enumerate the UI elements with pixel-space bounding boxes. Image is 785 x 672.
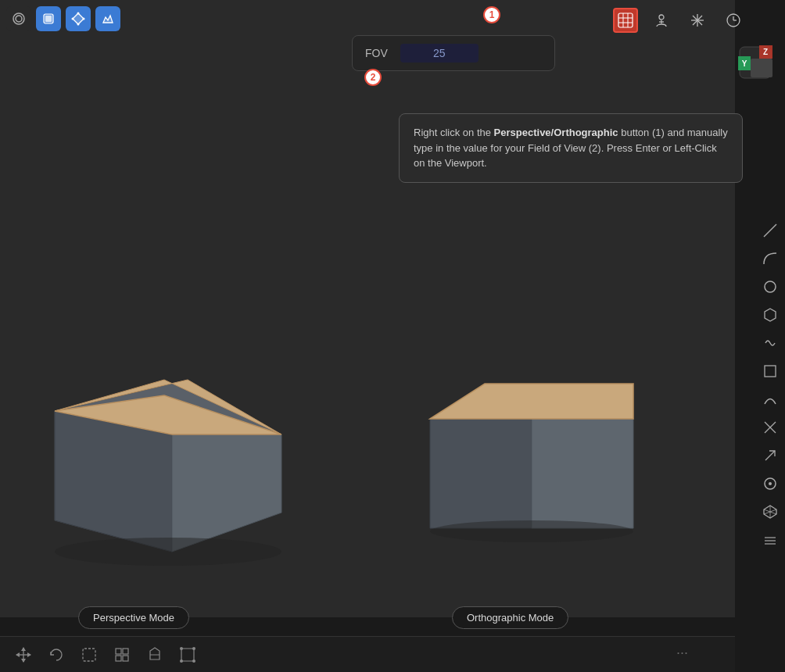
svg-point-68 <box>180 647 183 650</box>
right-tool-circle[interactable] <box>758 275 782 298</box>
right-tool-squiggle[interactable] <box>758 331 782 355</box>
svg-point-4 <box>77 13 80 15</box>
svg-marker-57 <box>21 647 26 651</box>
perspective-cube <box>31 333 313 586</box>
svg-point-5 <box>83 18 85 20</box>
perspective-ortho-button[interactable] <box>613 8 638 33</box>
bottom-tool-grid[interactable] <box>111 644 133 666</box>
svg-rect-42 <box>765 366 776 377</box>
svg-point-40 <box>765 281 776 292</box>
right-tool-arrow[interactable] <box>758 444 782 467</box>
svg-point-13 <box>659 15 664 20</box>
bottom-more-options[interactable]: ··· <box>676 645 688 661</box>
sculpt-mode-button[interactable] <box>95 6 120 31</box>
svg-point-34 <box>55 538 281 566</box>
svg-marker-60 <box>27 652 31 657</box>
svg-line-39 <box>764 224 776 237</box>
snowflake-icon-button[interactable] <box>685 8 710 33</box>
svg-rect-63 <box>123 649 128 654</box>
object-mode-button[interactable] <box>36 6 61 31</box>
bottom-tool-select[interactable] <box>78 644 100 666</box>
svg-rect-64 <box>116 656 121 661</box>
right-tool-layers[interactable] <box>758 528 782 552</box>
svg-rect-67 <box>181 649 194 661</box>
right-tool-rect[interactable] <box>758 359 782 383</box>
fov-panel: FOV <box>352 35 555 71</box>
svg-point-71 <box>192 659 195 663</box>
svg-marker-35 <box>430 419 532 528</box>
svg-point-6 <box>77 23 80 26</box>
bottom-tool-rotate[interactable] <box>45 644 67 666</box>
svg-marker-59 <box>16 652 20 657</box>
person-icon-button[interactable] <box>649 8 674 33</box>
svg-point-38 <box>430 520 633 542</box>
tooltip-text: Right click on the Perspective/Orthograp… <box>414 127 728 169</box>
svg-rect-62 <box>116 649 121 654</box>
fov-label: FOV <box>365 47 388 59</box>
axis-gizmo[interactable]: Z Y <box>732 39 779 86</box>
svg-point-69 <box>192 647 195 650</box>
svg-rect-8 <box>618 13 633 27</box>
right-tool-circle2[interactable] <box>758 472 782 495</box>
bottom-toolbar: ··· <box>0 636 735 672</box>
svg-rect-28 <box>751 59 772 77</box>
svg-point-1 <box>16 16 22 22</box>
top-toolbar <box>6 6 120 31</box>
clock-icon-button[interactable] <box>721 8 746 33</box>
svg-marker-31 <box>55 411 172 552</box>
svg-text:Z: Z <box>763 48 768 56</box>
svg-point-0 <box>13 13 24 24</box>
right-tool-path[interactable] <box>758 388 782 411</box>
edit-mode-button[interactable] <box>66 6 91 31</box>
svg-line-45 <box>765 451 775 460</box>
svg-marker-58 <box>21 659 26 663</box>
bottom-tool-transform[interactable] <box>177 644 199 666</box>
bottom-tool-move[interactable] <box>13 644 34 666</box>
svg-rect-65 <box>123 656 128 661</box>
right-tool-line[interactable] <box>758 219 782 242</box>
right-tool-scissors[interactable] <box>758 416 782 439</box>
svg-point-7 <box>72 18 74 20</box>
svg-marker-36 <box>532 419 633 528</box>
svg-point-47 <box>769 482 772 485</box>
right-tool-hexagon[interactable] <box>758 303 782 327</box>
right-toolbar <box>758 219 782 552</box>
svg-point-70 <box>180 659 183 663</box>
right-tool-curve[interactable] <box>758 247 782 270</box>
header-icons <box>613 8 746 33</box>
callout-badge-2: 2 <box>364 69 382 86</box>
right-tool-3d[interactable] <box>758 500 782 524</box>
svg-rect-61 <box>83 649 95 661</box>
perspective-mode-label: Perspective Mode <box>78 606 189 629</box>
tooltip-box: Right click on the Perspective/Orthograp… <box>399 113 743 183</box>
svg-rect-3 <box>45 16 52 22</box>
menu-button[interactable] <box>6 6 31 31</box>
svg-marker-32 <box>172 434 281 552</box>
callout-badge-1: 1 <box>483 6 500 23</box>
svg-text:Y: Y <box>742 59 747 68</box>
svg-marker-37 <box>430 384 633 419</box>
ortho-mode-label: Orthographic Mode <box>452 606 568 629</box>
svg-marker-41 <box>765 309 776 321</box>
bottom-tool-annotate[interactable] <box>144 644 166 666</box>
ortho-cube <box>407 341 657 586</box>
fov-input[interactable] <box>400 44 479 63</box>
